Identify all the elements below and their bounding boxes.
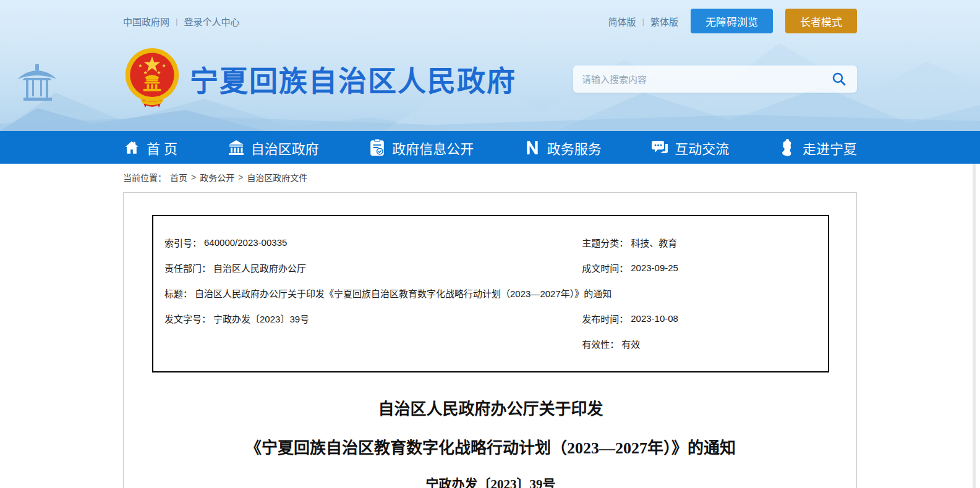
search-input[interactable] — [582, 74, 830, 85]
chat-bubble-icon — [651, 139, 668, 156]
traditional-version-link[interactable]: 繁体版 — [650, 15, 678, 28]
utility-bar: 中国政府网 | 登录个人中心 简体版 | 繁体版 无障碍浏览 长者模式 — [123, 9, 857, 33]
breadcrumb-separator: > — [238, 172, 243, 182]
nav-label: 政府信息公开 — [392, 138, 474, 158]
info-row: 索引号： 640000/2023-00335 主题分类： 科技、教育 — [164, 230, 817, 255]
info-disclosure-icon — [369, 139, 386, 156]
separator: | — [176, 17, 177, 26]
doc-title-label: 标题： — [164, 287, 192, 300]
home-icon — [123, 139, 140, 156]
nav-label: 自治区政府 — [251, 138, 319, 158]
breadcrumb-gov-disclosure[interactable]: 政务公开 — [200, 171, 234, 183]
breadcrumb-separator: > — [191, 172, 196, 182]
validity-value: 有效 — [621, 337, 640, 350]
publish-date-label: 发布时间： — [582, 312, 628, 325]
national-emblem-logo — [123, 47, 181, 109]
written-date-label: 成文时间： — [582, 261, 628, 274]
breadcrumb-label: 当前位置： — [123, 171, 166, 183]
info-row: 责任部门： 自治区人民政府办公厅 成文时间： 2023-09-25 — [164, 255, 817, 280]
login-link[interactable]: 登录个人中心 — [184, 15, 239, 28]
info-row: 发文字号： 宁政办发〔2023〕39号 发布时间： 2023-10-08 — [164, 306, 817, 331]
nav-item-info-disclosure[interactable]: 政府信息公开 — [369, 138, 474, 158]
pavilion-art — [17, 64, 57, 101]
breadcrumb-gov-documents[interactable]: 自治区政府文件 — [247, 171, 307, 183]
info-row: 标题： 自治区人民政府办公厅关于印发《宁夏回族自治区教育数字化战略行动计划（20… — [164, 280, 817, 306]
info-row: 有效性： 有效 — [164, 331, 817, 356]
index-number-value: 640000/2023-00335 — [204, 237, 287, 248]
scrollbar[interactable] — [973, 164, 976, 488]
nav-label: 互动交流 — [675, 138, 729, 158]
simplified-version-link[interactable]: 简体版 — [608, 15, 636, 28]
doc-title-value: 自治区人民政府办公厅关于印发《宁夏回族自治区教育数字化战略行动计划（2023—2… — [195, 287, 611, 300]
responsible-dept-value: 自治区人民政府办公厅 — [213, 261, 306, 274]
ningxia-map-icon — [779, 139, 796, 156]
topic-category-label: 主题分类： — [582, 236, 628, 249]
government-building-icon — [228, 139, 245, 156]
doc-number-value: 宁政办发〔2023〕39号 — [213, 312, 309, 325]
nav-item-services[interactable]: 政务服务 — [524, 138, 602, 158]
nav-item-regional-government[interactable]: 自治区政府 — [228, 138, 319, 158]
topic-category-value: 科技、教育 — [631, 236, 677, 249]
index-number-label: 索引号： — [164, 236, 202, 249]
accessibility-button[interactable]: 无障碍浏览 — [691, 9, 773, 33]
publish-date-value: 2023-10-08 — [631, 313, 678, 324]
article-doc-number: 宁政办发〔2023〕39号 — [152, 474, 829, 488]
document-info-table: 索引号： 640000/2023-00335 主题分类： 科技、教育 责任部门：… — [152, 215, 829, 372]
document-container: 索引号： 640000/2023-00335 主题分类： 科技、教育 责任部门：… — [123, 192, 857, 488]
article-title-line2: 《宁夏回族自治区教育数字化战略行动计划（2023—2027年）》的通知 — [152, 435, 829, 458]
services-n-icon — [524, 139, 541, 156]
site-header: 中国政府网 | 登录个人中心 简体版 | 繁体版 无障碍浏览 长者模式 — [0, 0, 980, 131]
elder-mode-button[interactable]: 长者模式 — [785, 9, 857, 33]
nav-item-home[interactable]: 首 页 — [123, 138, 177, 158]
search-button[interactable] — [830, 70, 848, 88]
article-title-line1: 自治区人民政府办公厅关于印发 — [152, 396, 829, 419]
breadcrumb-home[interactable]: 首页 — [170, 171, 187, 183]
search-icon — [831, 71, 847, 87]
doc-number-label: 发文字号： — [164, 312, 211, 325]
site-title: 宁夏回族自治区人民政府 — [190, 58, 516, 99]
search-box — [573, 65, 857, 93]
nav-item-interaction[interactable]: 互动交流 — [651, 138, 729, 158]
nav-label: 首 页 — [147, 138, 177, 158]
responsible-dept-label: 责任部门： — [164, 261, 211, 274]
written-date-value: 2023-09-25 — [631, 263, 678, 273]
nav-item-visit-ningxia[interactable]: 走进宁夏 — [779, 138, 857, 158]
nav-label: 政务服务 — [547, 138, 602, 158]
brand-row: 宁夏回族自治区人民政府 — [123, 44, 857, 112]
nav-label: 走进宁夏 — [803, 138, 857, 158]
main-nav: 首 页 自治区政府 — [0, 131, 980, 164]
breadcrumb: 当前位置： 首页 > 政务公开 > 自治区政府文件 — [123, 164, 857, 191]
validity-label: 有效性： — [582, 337, 619, 350]
separator: | — [642, 17, 644, 26]
gov-site-link[interactable]: 中国政府网 — [123, 15, 169, 28]
article-header: 自治区人民政府办公厅关于印发 《宁夏回族自治区教育数字化战略行动计划（2023—… — [152, 396, 829, 488]
